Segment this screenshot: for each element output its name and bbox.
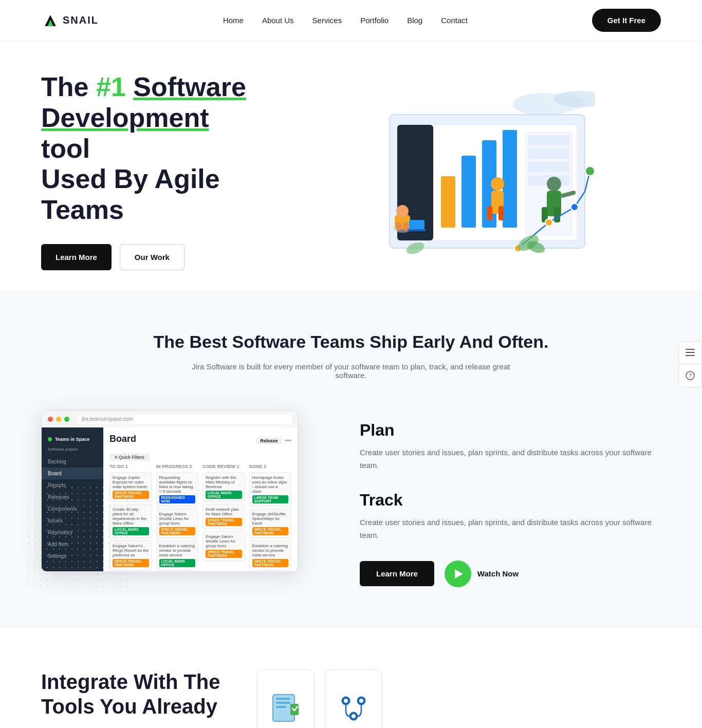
url-text: jira.teamsinspace.com (82, 416, 133, 422)
integrate-heading-line1: Integrate With The (41, 670, 220, 693)
badge: SPACE TRAVEL PARTNERS (206, 518, 242, 526)
badge: REDESIGNED NOW (159, 495, 196, 503)
play-button[interactable] (445, 561, 471, 587)
track-text: Create user stories and issues, plan spr… (360, 516, 661, 542)
integrate-content: Integrate With The Tools You Already (41, 669, 661, 728)
get-it-free-button[interactable]: Get It Free (592, 9, 661, 32)
svg-rect-19 (528, 148, 569, 159)
integrate-heading-line2: Tools You Already (41, 695, 217, 718)
dot-green (64, 417, 69, 422)
ship-heading: The Best Software Teams Ship Early And O… (41, 332, 661, 352)
kanban-board: TO DO 1 Engage Jupiter Express for outer… (109, 464, 291, 571)
kanban-card: Establish a catering vendor to provide m… (156, 540, 199, 570)
hero-right (262, 84, 661, 258)
badge: SPACE TRAVEL PARTNERS (252, 559, 289, 567)
kanban-card: Establish a catering vendor to provide m… (249, 540, 292, 570)
svg-rect-25 (396, 222, 401, 231)
badge: LARGE TEAM SUPPORT (252, 495, 289, 503)
svg-point-39 (545, 219, 552, 226)
hero-title: The #1 SoftwareDevelopment toolUsed By A… (41, 72, 262, 226)
svg-text:?: ? (689, 372, 692, 379)
kanban-card: Homepage footer uses an inline style - s… (249, 472, 292, 507)
svg-point-40 (571, 203, 578, 211)
side-help-button[interactable]: ? (679, 364, 701, 387)
badge: SPACE TRAVEL PARTNERS (159, 527, 196, 535)
integrate-card-1 (257, 669, 315, 728)
badge: SPACE TRAVEL PARTNERS (206, 550, 242, 558)
svg-rect-36 (487, 206, 492, 220)
watch-now-button[interactable]: Watch Now (445, 561, 519, 587)
badge: LOCAL MARS OFFICE (206, 491, 242, 499)
kanban-card: Requesting available flights to Mars is … (156, 472, 199, 507)
hero-buttons: Learn More Our Work (41, 244, 262, 270)
url-bar: jira.teamsinspace.com (78, 415, 291, 424)
ship-right: Plan Create user stories and issues, pla… (360, 410, 661, 587)
nav-contact[interactable]: Contact (441, 16, 468, 25)
ship-section: The Best Software Teams Ship Early And O… (0, 291, 702, 628)
watch-now-label: Watch Now (477, 569, 519, 578)
ship-learn-more-button[interactable]: Learn More (360, 561, 434, 586)
logo[interactable]: SNAIL (41, 11, 99, 30)
svg-point-34 (491, 177, 504, 191)
svg-rect-32 (554, 207, 560, 222)
sidebar-item-board[interactable]: Board (42, 468, 103, 479)
ship-content: jira.teamsinspace.com Teams in Space Sof… (41, 410, 661, 587)
dashboard-topbar: jira.teamsinspace.com (42, 411, 298, 427)
board-title: Board (109, 434, 136, 444)
track-feature: Track Create user stories and issues, pl… (360, 491, 661, 542)
more-button[interactable]: ••• (285, 437, 291, 444)
svg-rect-3 (686, 352, 695, 353)
brand-name: SNAIL (63, 14, 99, 26)
svg-rect-46 (276, 698, 290, 700)
ship-subtitle: Jira Software is built for every member … (176, 362, 526, 380)
hero-learn-more-button[interactable]: Learn More (41, 244, 112, 270)
integrate-cards (257, 669, 382, 728)
ship-buttons: Learn More Watch Now (360, 561, 661, 587)
svg-rect-20 (528, 162, 569, 172)
menu-lines-icon (686, 349, 695, 356)
track-title: Track (360, 491, 661, 510)
project-name: Teams in Space (55, 437, 89, 442)
hero-left: The #1 SoftwareDevelopment toolUsed By A… (41, 72, 262, 270)
hero-our-work-button[interactable]: Our Work (120, 244, 184, 270)
quick-filters[interactable]: ≡ Quick Filters (109, 454, 150, 461)
side-menu-button[interactable] (679, 342, 701, 364)
integrate-heading: Integrate With The Tools You Already (41, 669, 226, 719)
hero-section: The #1 SoftwareDevelopment toolUsed By A… (0, 41, 702, 291)
nav-home[interactable]: Home (223, 16, 244, 25)
kanban-card: Draft network plan for Mars Office SPACE… (202, 504, 245, 529)
svg-point-41 (585, 166, 595, 176)
svg-point-24 (396, 205, 409, 217)
kanban-card: Engage Saturn Shuttle Lines for group to… (156, 509, 199, 538)
navbar: SNAIL Home About Us Services Portfolio B… (0, 0, 702, 41)
logo-icon (41, 11, 60, 30)
dot-yellow (56, 417, 61, 422)
svg-rect-37 (498, 206, 504, 220)
ship-left: jira.teamsinspace.com Teams in Space Sof… (41, 410, 319, 572)
hero-illustration (328, 84, 595, 258)
plan-text: Create user stories and issues, plan spr… (360, 446, 661, 472)
dot-red (48, 417, 53, 422)
nav-portfolio[interactable]: Portfolio (360, 16, 389, 25)
play-triangle-icon (455, 569, 463, 578)
integrate-section: Integrate With The Tools You Already (0, 628, 702, 728)
sidebar-item-backlog[interactable]: Backlog (42, 456, 103, 468)
plan-title: Plan (360, 421, 661, 440)
dash-main: Board Release ••• ≡ Quick Filters TO DO … (103, 427, 298, 571)
release-button[interactable]: Release (256, 437, 282, 444)
kanban-card: Engage Saturn Shuttle Lines for group to… (202, 531, 245, 561)
svg-rect-2 (686, 349, 695, 350)
svg-rect-14 (461, 156, 476, 228)
nav-blog[interactable]: Blog (407, 16, 422, 25)
badge: SPACE TRAVEL PARTNERS (252, 527, 289, 535)
plan-feature: Plan Create user stories and issues, pla… (360, 421, 661, 472)
kanban-done: DONE 2 Homepage footer uses an inline st… (249, 464, 292, 571)
nav-links: Home About Us Services Portfolio Blog Co… (223, 16, 468, 25)
kanban-card: Engage JetShuffle SpaceWays for travel S… (249, 509, 292, 538)
book-icon (268, 690, 304, 726)
svg-rect-16 (503, 130, 517, 228)
nav-services[interactable]: Services (312, 16, 342, 25)
nav-about[interactable]: About Us (262, 16, 294, 25)
kanban-inprogress: IN PROGRESS 2 Requesting available fligh… (156, 464, 199, 571)
svg-rect-26 (403, 222, 409, 231)
